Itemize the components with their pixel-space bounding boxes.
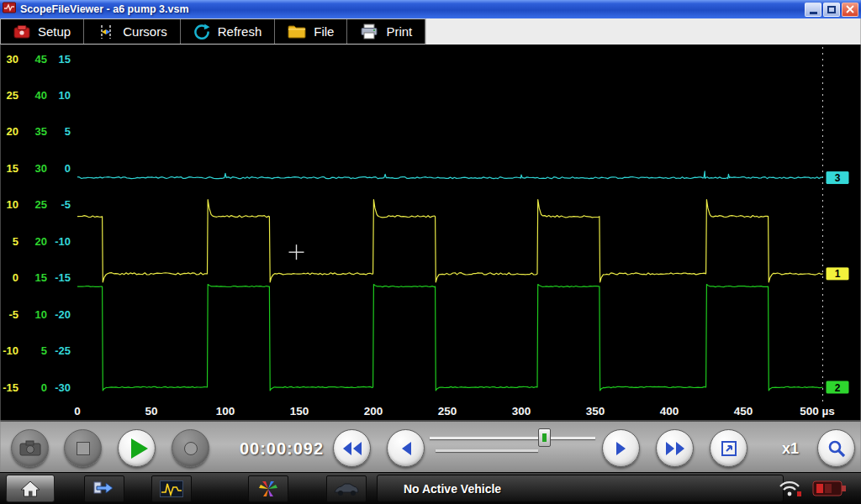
wifi-button[interactable] [777, 478, 802, 501]
x-axis-label: 500 µs [800, 405, 835, 417]
y-axis-label-ch3: 0 [65, 162, 71, 175]
step-forward-button[interactable] [602, 429, 640, 467]
y-axis-label-ch3: -20 [55, 308, 71, 321]
play-button[interactable] [118, 429, 156, 467]
snapshot-button[interactable] [11, 429, 49, 467]
y-axis-label-ch3: -25 [55, 344, 71, 357]
fast-forward-button[interactable] [656, 429, 694, 467]
y-axis-label-ch1: 0 [13, 271, 18, 284]
scope-icon [160, 480, 183, 497]
x-axis-label: 150 [290, 405, 309, 417]
refresh-icon [193, 24, 210, 39]
refresh-button[interactable]: Refresh [181, 19, 276, 44]
cursors-button[interactable]: Cursors [84, 19, 181, 44]
battery-icon [812, 477, 848, 499]
window-title: ScopeFileViewer - a6 pump 3.vsm [20, 3, 805, 15]
y-axis-label-ch1: 5 [13, 235, 18, 248]
channel-marker-1[interactable]: 1 [826, 267, 849, 281]
zoom-button[interactable] [817, 429, 855, 467]
y-axis-label-ch2: 0 [41, 381, 47, 394]
x-axis-label: 100 [216, 405, 235, 417]
y-axis-label-ch2: 25 [35, 198, 47, 211]
record-button[interactable] [172, 429, 209, 467]
channel-marker-3[interactable]: 3 [826, 171, 849, 185]
minimize-button[interactable] [805, 3, 821, 17]
cursors-icon [97, 24, 115, 39]
position-slider-track[interactable] [430, 437, 595, 439]
y-axis-label-ch3: 10 [59, 89, 71, 102]
maximize-button[interactable] [823, 3, 840, 17]
y-axis-label-ch2: 20 [35, 235, 47, 248]
toolbar-strip: Setup Cursors Refresh File Print [0, 18, 426, 45]
step-back-icon [399, 439, 413, 458]
y-axis-label-ch1: 10 [7, 198, 18, 211]
y-axis-label-ch2: 10 [35, 308, 47, 321]
y-axis-label-ch1: -15 [3, 381, 18, 394]
x-axis-label: 250 [438, 405, 457, 417]
rewind-button[interactable] [333, 429, 371, 467]
toolbar: Setup Cursors Refresh File Print [0, 18, 861, 45]
minimize-icon [810, 12, 817, 14]
starburst-icon [257, 480, 279, 498]
close-icon [846, 5, 854, 13]
file-button[interactable]: File [275, 19, 347, 44]
file-label: File [314, 24, 334, 39]
maximize-icon [827, 6, 836, 13]
file-icon [288, 24, 306, 39]
cursors-label: Cursors [123, 24, 167, 39]
y-axis-label-ch1: 25 [7, 89, 18, 102]
data-exchange-button[interactable] [84, 475, 124, 502]
scope-plot: 302520151050-5-10-1545403530252015105015… [0, 45, 861, 420]
x-axis-label: 300 [512, 405, 531, 417]
y-axis-label-ch2: 35 [35, 125, 47, 138]
app-icon [3, 2, 16, 17]
y-axis-label-ch3: -10 [55, 235, 71, 248]
channel-marker-label-1: 1 [835, 268, 841, 280]
y-axis-label-ch1: 20 [7, 125, 18, 138]
titlebar: ScopeFileViewer - a6 pump 3.vsm [0, 0, 861, 18]
slider-handle-mark [542, 433, 547, 442]
window-controls [805, 3, 858, 17]
magnifier-icon [827, 438, 847, 459]
data-exchange-icon [92, 480, 116, 497]
secondary-slider-track[interactable] [436, 449, 538, 452]
setup-label: Setup [38, 24, 71, 39]
y-axis-label-ch3: -15 [55, 271, 71, 284]
y-axis-label-ch2: 40 [35, 89, 47, 102]
y-axis-label-ch2: 45 [35, 53, 47, 66]
toolbar-empty-area [426, 18, 861, 45]
stop-button[interactable] [64, 429, 102, 467]
y-axis-label-ch3: -5 [61, 198, 71, 211]
wifi-icon [777, 478, 802, 498]
home-button[interactable] [6, 475, 55, 502]
channel-1-trace [77, 200, 823, 282]
y-axis-label-ch1: 30 [7, 53, 18, 66]
x-axis-label: 400 [660, 405, 679, 417]
channel-3-trace [77, 171, 823, 179]
setup-button[interactable]: Setup [1, 19, 84, 44]
active-vehicle-status: No Active Vehicle [383, 473, 522, 504]
tests-button[interactable] [248, 475, 288, 502]
y-axis-label-ch2: 5 [41, 344, 47, 357]
y-axis-label-ch3: 5 [65, 125, 71, 138]
battery-button[interactable] [812, 477, 848, 502]
expand-view-button[interactable] [710, 429, 747, 467]
y-axis-label-ch1: 15 [7, 162, 18, 175]
step-back-button[interactable] [387, 429, 425, 467]
x-axis-label: 200 [364, 405, 383, 417]
play-icon [131, 438, 148, 459]
channel-2-trace [77, 285, 823, 391]
y-axis-label-ch1: -5 [8, 308, 18, 321]
playback-toolbar: 00:00:092 x1 [0, 420, 861, 472]
position-slider-handle[interactable] [538, 428, 551, 447]
x-axis-label: 450 [734, 405, 753, 417]
close-button[interactable] [842, 3, 858, 17]
y-axis-label-ch3: -30 [55, 381, 71, 394]
rewind-icon [341, 439, 363, 458]
scope-display-area: 302520151050-5-10-1545403530252015105015… [0, 45, 861, 420]
stop-icon [77, 442, 90, 455]
vehicle-button[interactable] [326, 475, 367, 502]
scope-button[interactable] [151, 475, 192, 502]
print-button[interactable]: Print [347, 19, 425, 44]
channel-marker-2[interactable]: 2 [826, 381, 849, 394]
